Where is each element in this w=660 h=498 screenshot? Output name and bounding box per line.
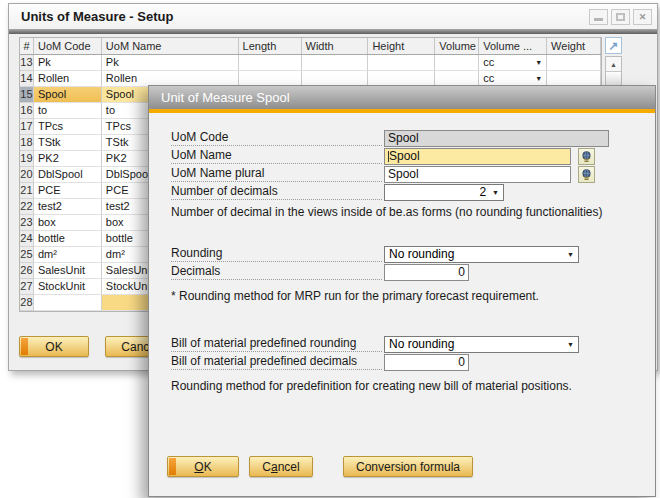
- table-cell[interactable]: Spool: [34, 87, 102, 103]
- uom-name-translate-button[interactable]: [578, 148, 595, 165]
- main-ok-label: OK: [45, 340, 62, 354]
- volume-uom-value: cc: [483, 55, 494, 70]
- screen: Units of Measure - Setup ✕ #UoM CodeUoM …: [0, 0, 660, 498]
- uom-code-label: UoM Code: [171, 130, 382, 146]
- dialog-accent-line: [149, 109, 655, 113]
- translate-globe-icon: [580, 168, 593, 181]
- row-number-cell[interactable]: 16: [20, 103, 34, 119]
- row-number-cell[interactable]: 15: [20, 87, 34, 103]
- column-header[interactable]: Height: [368, 38, 435, 54]
- bom-decimals-value: 0: [458, 355, 465, 369]
- dialog-ok-button[interactable]: OK: [167, 456, 239, 477]
- minimize-button[interactable]: [589, 9, 608, 25]
- table-cell[interactable]: box: [34, 215, 102, 231]
- dialog-cancel-button[interactable]: Cancel: [249, 456, 313, 477]
- row-number-cell[interactable]: 23: [20, 215, 34, 231]
- column-header[interactable]: Weight: [547, 38, 601, 54]
- chevron-down-icon: ▼: [567, 341, 574, 348]
- decimals-label: Decimals: [171, 264, 382, 280]
- rounding-note: * Rounding method for MRP run for the pr…: [171, 289, 645, 303]
- window-title: Units of Measure - Setup: [9, 9, 589, 24]
- unit-of-measure-dialog: Unit of Measure Spool UoM Code Spool UoM…: [148, 85, 656, 497]
- table-cell[interactable]: cc▼: [479, 55, 547, 71]
- row-number-cell[interactable]: 21: [20, 183, 34, 199]
- close-button[interactable]: ✕: [633, 9, 652, 25]
- table-cell[interactable]: [547, 55, 601, 71]
- rounding-dropdown[interactable]: No rounding ▼: [384, 246, 579, 263]
- table-cell[interactable]: StockUnit: [34, 279, 102, 295]
- row-number-cell[interactable]: 18: [20, 135, 34, 151]
- expand-grid-button[interactable]: ↗: [605, 37, 622, 54]
- row-number-cell[interactable]: 25: [20, 247, 34, 263]
- column-header[interactable]: #: [20, 38, 34, 54]
- row-number-cell[interactable]: 28: [20, 295, 34, 311]
- table-cell[interactable]: PCE: [34, 183, 102, 199]
- expand-icon: ↗: [608, 39, 618, 53]
- conversion-formula-button[interactable]: Conversion formula: [343, 456, 473, 477]
- table-cell[interactable]: Rollen: [34, 71, 102, 87]
- main-ok-button[interactable]: OK: [19, 336, 89, 357]
- uom-name-plural-value: Spool: [388, 167, 419, 181]
- row-number-cell[interactable]: 19: [20, 151, 34, 167]
- column-header[interactable]: UoM Code: [34, 38, 102, 54]
- titlebar-separator: [9, 29, 657, 34]
- table-cell[interactable]: TStk: [34, 135, 102, 151]
- column-header[interactable]: Length: [239, 38, 302, 54]
- scroll-up-button[interactable]: ▲: [606, 57, 621, 72]
- dialog-titlebar[interactable]: Unit of Measure Spool: [149, 86, 655, 109]
- close-icon: ✕: [639, 12, 647, 22]
- row-number-cell[interactable]: 26: [20, 263, 34, 279]
- dialog-title: Unit of Measure Spool: [161, 90, 290, 105]
- table-cell[interactable]: test2: [34, 199, 102, 215]
- rounding-label: Rounding: [171, 246, 382, 262]
- dialog-cancel-label: Cancel: [262, 460, 299, 474]
- uom-table-header: #UoM CodeUoM NameLengthWidthHeightVolume…: [20, 38, 601, 55]
- bom-rounding-label: Bill of material predefined rounding: [171, 336, 382, 352]
- table-cell[interactable]: PK2: [34, 151, 102, 167]
- bom-decimals-label: Bill of material predefined decimals: [171, 354, 382, 370]
- chevron-down-icon: ▼: [535, 59, 542, 66]
- table-cell[interactable]: DblSpool: [34, 167, 102, 183]
- table-row[interactable]: 13PkPkcc▼: [20, 55, 601, 71]
- table-cell[interactable]: [368, 55, 435, 71]
- uom-name-field[interactable]: Spool: [384, 148, 571, 165]
- bom-rounding-dropdown[interactable]: No rounding ▼: [384, 336, 579, 353]
- table-cell[interactable]: [34, 295, 102, 311]
- column-header[interactable]: Width: [302, 38, 369, 54]
- table-cell[interactable]: Pk: [102, 55, 239, 71]
- bom-note: Rounding method for predefinition for cr…: [171, 379, 645, 393]
- table-cell[interactable]: [302, 55, 369, 71]
- table-cell[interactable]: Pk: [34, 55, 102, 71]
- table-cell[interactable]: [239, 55, 302, 71]
- column-header[interactable]: Volume: [435, 38, 479, 54]
- maximize-button[interactable]: [611, 9, 630, 25]
- uom-name-plural-field[interactable]: Spool: [384, 166, 571, 183]
- translate-globe-icon: [580, 150, 593, 163]
- row-number-cell[interactable]: 24: [20, 231, 34, 247]
- column-header[interactable]: UoM Name: [102, 38, 239, 54]
- number-of-decimals-dropdown[interactable]: 2 ▼: [384, 184, 504, 201]
- table-cell[interactable]: [435, 55, 479, 71]
- table-cell[interactable]: dm²: [34, 247, 102, 263]
- table-cell[interactable]: TPcs: [34, 119, 102, 135]
- row-number-cell[interactable]: 14: [20, 71, 34, 87]
- uom-name-plural-translate-button[interactable]: [578, 166, 595, 183]
- row-number-cell[interactable]: 27: [20, 279, 34, 295]
- decimals-field[interactable]: 0: [384, 264, 469, 281]
- uom-name-plural-label: UoM Name plural: [171, 166, 382, 182]
- number-of-decimals-label: Number of decimals: [171, 184, 382, 200]
- table-cell[interactable]: to: [34, 103, 102, 119]
- table-cell[interactable]: bottle: [34, 231, 102, 247]
- row-number-cell[interactable]: 13: [20, 55, 34, 71]
- column-header[interactable]: Volume ...: [479, 38, 547, 54]
- table-cell[interactable]: SalesUnit: [34, 263, 102, 279]
- decimals-note: Number of decimal in the views inside of…: [171, 205, 645, 219]
- row-number-cell[interactable]: 17: [20, 119, 34, 135]
- bom-rounding-value: No rounding: [389, 337, 454, 352]
- window-titlebar[interactable]: Units of Measure - Setup ✕: [9, 4, 657, 29]
- bom-decimals-field[interactable]: 0: [384, 354, 469, 371]
- row-number-cell[interactable]: 22: [20, 199, 34, 215]
- window-controls: ✕: [589, 9, 657, 25]
- row-number-cell[interactable]: 20: [20, 167, 34, 183]
- minimize-icon: [594, 18, 603, 21]
